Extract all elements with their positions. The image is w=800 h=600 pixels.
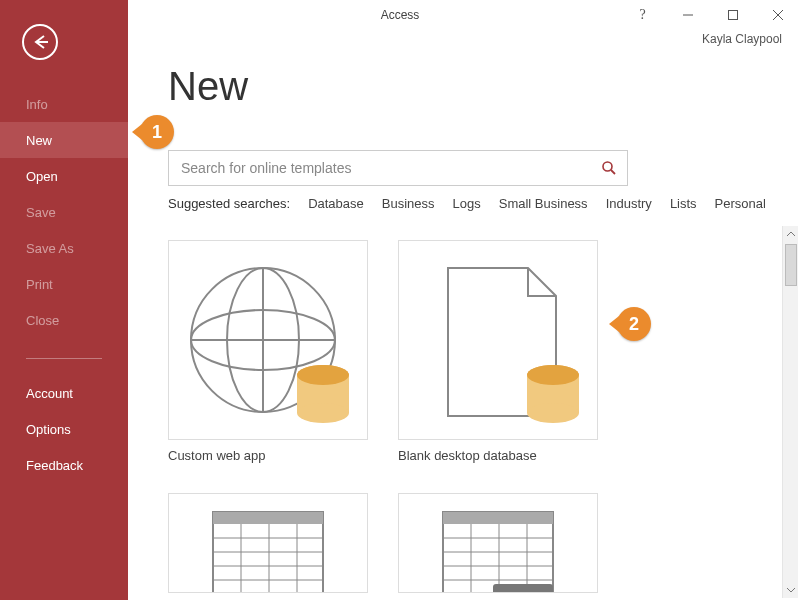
minimize-button[interactable] <box>665 0 710 30</box>
nav-save: Save <box>0 194 128 230</box>
svg-point-5 <box>603 162 612 171</box>
arrow-left-icon <box>30 32 50 52</box>
suggested-link-business[interactable]: Business <box>382 196 435 211</box>
nav-feedback[interactable]: Feedback <box>0 447 128 483</box>
suggested-label: Suggested searches: <box>168 196 290 211</box>
svg-point-19 <box>527 365 579 385</box>
page-db-icon <box>408 250 588 430</box>
nav-info: Info <box>0 86 128 122</box>
svg-rect-1 <box>728 11 737 20</box>
template-label: Custom web app <box>168 448 368 463</box>
template-tile[interactable] <box>168 493 368 593</box>
nav-new[interactable]: New <box>0 122 128 158</box>
suggested-link-personal[interactable]: Personal <box>715 196 766 211</box>
nav-open[interactable]: Open <box>0 158 128 194</box>
template-custom-web-app[interactable]: Custom web app <box>168 240 368 463</box>
search-box <box>168 150 628 186</box>
table-icon <box>423 508 573 593</box>
close-button[interactable] <box>755 0 800 30</box>
template-label: Blank desktop database <box>398 448 598 463</box>
nav-close: Close <box>0 302 128 338</box>
scroll-up-button[interactable] <box>783 226 799 242</box>
svg-point-14 <box>297 403 349 423</box>
svg-rect-21 <box>213 512 323 524</box>
suggested-link-database[interactable]: Database <box>308 196 364 211</box>
suggested-link-small-business[interactable]: Small Business <box>499 196 588 211</box>
template-tile[interactable] <box>398 240 598 440</box>
search-button[interactable] <box>591 151 627 185</box>
template-item[interactable] <box>398 493 598 593</box>
maximize-button[interactable] <box>710 0 755 30</box>
user-name[interactable]: Kayla Claypool <box>702 32 782 46</box>
suggested-link-lists[interactable]: Lists <box>670 196 697 211</box>
svg-line-6 <box>611 170 615 174</box>
suggested-link-logs[interactable]: Logs <box>453 196 481 211</box>
backstage-sidebar: Info New Open Save Save As Print Close A… <box>0 0 128 600</box>
template-blank-desktop-database[interactable]: Blank desktop database <box>398 240 598 463</box>
globe-db-icon <box>178 250 358 430</box>
page-title: New <box>168 64 248 109</box>
svg-point-18 <box>527 403 579 423</box>
template-tile[interactable] <box>398 493 598 593</box>
vertical-scrollbar[interactable] <box>782 226 798 598</box>
callout-1: 1 <box>140 115 174 149</box>
table-icon <box>193 508 343 593</box>
help-button[interactable]: ? <box>620 0 665 30</box>
templates-area: Custom web app Blank desktop database <box>128 226 780 600</box>
nav-account[interactable]: Account <box>0 375 128 411</box>
template-tile[interactable] <box>168 240 368 440</box>
app-title: Access <box>381 8 420 22</box>
suggested-link-industry[interactable]: Industry <box>606 196 652 211</box>
suggested-searches: Suggested searches: Database Business Lo… <box>168 196 780 211</box>
scroll-thumb[interactable] <box>785 244 797 286</box>
search-row <box>168 150 628 186</box>
svg-rect-38 <box>493 584 553 593</box>
svg-point-15 <box>297 365 349 385</box>
template-item[interactable] <box>168 493 368 593</box>
scroll-down-button[interactable] <box>783 582 799 598</box>
nav-options[interactable]: Options <box>0 411 128 447</box>
search-input[interactable] <box>169 160 591 176</box>
nav-divider <box>26 358 102 359</box>
window-controls: ? <box>620 0 800 30</box>
svg-rect-30 <box>443 512 553 524</box>
title-bar: Access ? <box>0 0 800 30</box>
search-icon <box>601 160 617 176</box>
nav-print: Print <box>0 266 128 302</box>
templates-grid: Custom web app Blank desktop database <box>128 226 780 593</box>
backstage-main: New Suggested searches: Database Busines… <box>128 0 800 600</box>
nav-save-as: Save As <box>0 230 128 266</box>
callout-2: 2 <box>617 307 651 341</box>
